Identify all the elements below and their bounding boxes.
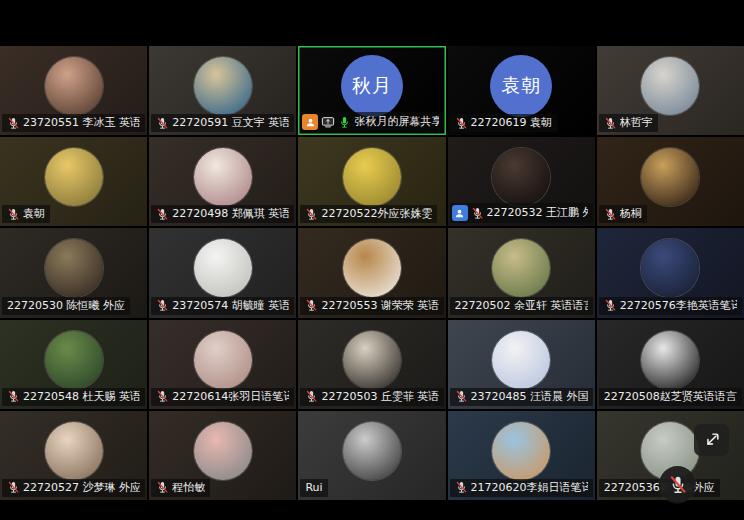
participant-tile[interactable]: 23720574 胡毓曈 英语笔译 bbox=[149, 228, 296, 317]
participant-name: 程怡敏 bbox=[172, 481, 205, 495]
participant-tile[interactable]: 22720522外应张姝雯 bbox=[298, 137, 445, 226]
avatar bbox=[492, 148, 550, 206]
participant-label: 袁朝 bbox=[2, 205, 50, 223]
participant-name: 22720527 沙梦琳 外应 bbox=[23, 481, 140, 495]
participant-name: 林哲宇 bbox=[620, 116, 653, 130]
screen-share-icon bbox=[321, 115, 335, 129]
participant-label: 22720527 沙梦琳 外应 bbox=[2, 479, 145, 497]
avatar bbox=[343, 148, 401, 206]
avatar: 秋月 bbox=[341, 55, 403, 117]
participant-label: 22720619 袁朝 bbox=[450, 114, 558, 132]
avatar bbox=[492, 331, 550, 389]
participant-tile[interactable]: 22720591 豆文宇 英语笔译 bbox=[149, 46, 296, 135]
participant-tile[interactable]: 22720548 杜天赐 英语笔译 bbox=[0, 320, 147, 409]
participant-tile[interactable]: 22720498 郑佩琪 英语语言文学 bbox=[149, 137, 296, 226]
participant-name: 23720551 李冰玉 英语笔译 bbox=[23, 116, 140, 130]
participant-label: 林哲宇 bbox=[599, 114, 658, 132]
avatar: 袁朝 bbox=[490, 55, 552, 117]
avatar bbox=[45, 239, 103, 297]
participant-label: 23720485 汪语晨 外国语言文学 bbox=[450, 388, 593, 406]
member-badge-icon bbox=[452, 205, 468, 221]
participant-tile[interactable]: 22720527 沙梦琳 外应 bbox=[0, 411, 147, 500]
participant-tile[interactable]: 22720532 王江鹏 外应 bbox=[448, 137, 595, 226]
participant-tile[interactable]: 22720553 谢荣荣 英语笔译 bbox=[298, 228, 445, 317]
mic-status-icon bbox=[455, 117, 468, 130]
participant-label: 程怡敏 bbox=[151, 479, 210, 497]
participant-tile[interactable]: 秋月 bbox=[298, 46, 445, 135]
avatar-initials: 袁朝 bbox=[501, 73, 541, 99]
participant-tile[interactable]: 林哲宇 bbox=[597, 46, 744, 135]
participant-label: 22720522外应张姝雯 bbox=[300, 205, 437, 223]
avatar bbox=[194, 239, 252, 297]
mic-status-icon bbox=[455, 481, 468, 494]
avatar bbox=[194, 148, 252, 206]
avatar bbox=[194, 57, 252, 115]
mic-status-icon bbox=[305, 390, 318, 403]
mic-status-icon bbox=[471, 207, 484, 220]
switch-view-button[interactable] bbox=[694, 424, 729, 456]
mic-status-icon bbox=[7, 208, 20, 221]
mic-status-icon bbox=[455, 390, 468, 403]
participant-name: 22720619 袁朝 bbox=[471, 116, 553, 130]
participant-name: 袁朝 bbox=[23, 207, 45, 221]
participant-tile[interactable]: 袁朝 bbox=[0, 137, 147, 226]
avatar bbox=[45, 331, 103, 389]
participant-label: Rui bbox=[300, 479, 327, 497]
mic-status-icon bbox=[305, 208, 318, 221]
participant-tile[interactable]: 程怡敏 bbox=[149, 411, 296, 500]
participant-name: 张秋月的屏幕共享 bbox=[354, 115, 438, 129]
participant-tile[interactable]: 21720620李娟日语笔译 bbox=[448, 411, 595, 500]
avatar bbox=[641, 239, 699, 297]
mic-status-icon bbox=[156, 208, 169, 221]
participant-name: 22720508赵芝贤英语语言文学 bbox=[604, 390, 737, 404]
participant-label: 23720551 李冰玉 英语笔译 bbox=[2, 114, 145, 132]
avatar bbox=[45, 422, 103, 480]
participant-tile[interactable]: 22720503 丘雯菲 英语语言文学 bbox=[298, 320, 445, 409]
participant-tile[interactable]: 杨桐 bbox=[597, 137, 744, 226]
participant-name: 23720574 胡毓曈 英语笔译 bbox=[172, 299, 289, 313]
switch-view-icon bbox=[703, 431, 721, 449]
mic-status-icon bbox=[7, 117, 20, 130]
participant-label: 杨桐 bbox=[599, 205, 647, 223]
participant-tile[interactable]: 22720502 余亚轩 英语语言文学 bbox=[448, 228, 595, 317]
mic-status-icon bbox=[305, 299, 318, 312]
mic-status-icon bbox=[604, 208, 617, 221]
participant-tile[interactable]: Rui bbox=[298, 411, 445, 500]
participant-label: 21720620李娟日语笔译 bbox=[450, 479, 593, 497]
avatar bbox=[492, 422, 550, 480]
mic-status-icon bbox=[604, 117, 617, 130]
mic-status-icon bbox=[7, 481, 20, 494]
avatar bbox=[194, 422, 252, 480]
participant-name: 22720614张羽日语笔译 bbox=[172, 390, 289, 404]
avatar bbox=[194, 331, 252, 389]
participant-tile[interactable]: 袁朝 bbox=[448, 46, 595, 135]
avatar bbox=[641, 57, 699, 115]
participant-label: 22720614张羽日语笔译 bbox=[151, 388, 294, 406]
participant-name: 22720548 杜天赐 英语笔译 bbox=[23, 390, 140, 404]
participant-tile[interactable]: 22720576李艳英语笔译 bbox=[597, 228, 744, 317]
participant-name: 21720620李娟日语笔译 bbox=[471, 481, 588, 495]
participant-tile[interactable]: 22720530 陈恒曦 外应 bbox=[0, 228, 147, 317]
participant-name: 22720530 陈恒曦 外应 bbox=[7, 299, 125, 313]
mute-toggle-button[interactable] bbox=[659, 466, 696, 503]
host-badge-icon bbox=[302, 114, 318, 130]
participant-tile[interactable]: 23720551 李冰玉 英语笔译 bbox=[0, 46, 147, 135]
participant-name: 22720503 丘雯菲 英语语言文学 bbox=[321, 390, 438, 404]
participant-name: 22720576李艳英语笔译 bbox=[620, 299, 737, 313]
participant-label: 22720502 余亚轩 英语语言文学 bbox=[450, 297, 593, 315]
mic-status-icon bbox=[156, 481, 169, 494]
participant-tile[interactable]: 23720485 汪语晨 外国语言文学 bbox=[448, 320, 595, 409]
participant-name: 22720532 王江鹏 外应 bbox=[487, 206, 588, 220]
participant-label: 22720553 谢荣荣 英语笔译 bbox=[300, 297, 443, 315]
avatar bbox=[641, 148, 699, 206]
participant-label: 22720503 丘雯菲 英语语言文学 bbox=[300, 388, 443, 406]
participant-name: 22720522外应张姝雯 bbox=[321, 207, 432, 221]
participant-name: 22720502 余亚轩 英语语言文学 bbox=[455, 299, 588, 313]
participant-label: 22720591 豆文宇 英语笔译 bbox=[151, 114, 294, 132]
avatar bbox=[492, 239, 550, 297]
participant-label: 22720508赵芝贤英语语言文学 bbox=[599, 388, 742, 406]
participant-label: 张秋月的屏幕共享 bbox=[300, 112, 443, 132]
participant-tile[interactable]: 22720614张羽日语笔译 bbox=[149, 320, 296, 409]
participant-tile[interactable]: 22720508赵芝贤英语语言文学 bbox=[597, 320, 744, 409]
mic-status-icon bbox=[156, 117, 169, 130]
